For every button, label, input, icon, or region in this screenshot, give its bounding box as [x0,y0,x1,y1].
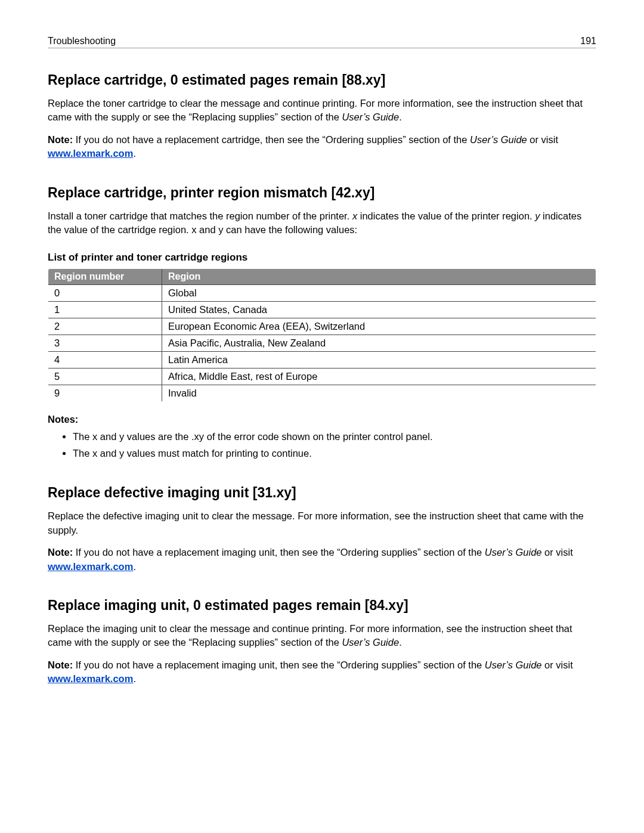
table-row: 0Global [48,284,596,301]
heading-replace-defective-imaging-31xy: Replace defective imaging unit [31.xy] [48,485,596,501]
heading-replace-cartridge-88xy: Replace cartridge, 0 estimated pages rem… [48,72,596,88]
th-region-number: Region number [48,268,162,284]
text: or visit [542,659,573,670]
header-section: Troubleshooting [48,36,116,47]
th-region: Region [162,268,596,284]
text: If you do not have a replacement imaging… [73,547,485,558]
table-header-row: Region number Region [48,268,596,284]
text: Replace the imaging unit to clear the me… [48,623,572,648]
text: If you do not have a replacement cartrid… [73,134,470,145]
link-lexmark[interactable]: www.lexmark.com [48,561,133,572]
paragraph: Replace the defective imaging unit to cl… [48,509,596,537]
cell-region: Latin America [162,351,596,368]
note-label: Note: [48,134,73,145]
text-italic: User’s Guide [470,134,527,145]
cell-region-number: 9 [48,385,162,401]
heading-replace-cartridge-42xy: Replace cartridge, printer region mismat… [48,185,596,201]
text: or visit [542,547,573,558]
cell-region: European Economic Area (EEA), Switzerlan… [162,318,596,335]
page: Troubleshooting 191 Replace cartridge, 0… [0,0,644,833]
text: indicates the value of the printer regio… [357,210,535,221]
text: . [399,112,402,122]
cell-region-number: 4 [48,351,162,368]
text: If you do not have a replacement imaging… [73,659,485,670]
paragraph: Replace the toner cartridge to clear the… [48,97,596,125]
notes-list: The x and y values are the .xy of the er… [48,429,596,462]
cell-region-number: 0 [48,284,162,301]
text-italic: User’s Guide [485,547,542,558]
note-paragraph: Note: If you do not have a replacement i… [48,658,596,686]
link-lexmark[interactable]: www.lexmark.com [48,673,133,684]
text-italic: User’s Guide [342,112,399,122]
cell-region: Global [162,284,596,301]
text-italic: User’s Guide [342,637,399,648]
text: . [133,148,136,159]
text-italic: x [352,210,357,221]
heading-replace-imaging-84xy: Replace imaging unit, 0 estimated pages … [48,597,596,614]
cell-region-number: 3 [48,335,162,351]
text: or visit [527,134,558,145]
cell-region: Asia Pacific, Australia, New Zealand [162,335,596,351]
paragraph: Replace the imaging unit to clear the me… [48,622,596,650]
cell-region: United States, Canada [162,301,596,318]
cell-region: Invalid [162,385,596,401]
table-row: 2European Economic Area (EEA), Switzerla… [48,318,596,335]
table-row: 3Asia Pacific, Australia, New Zealand [48,335,596,351]
note-paragraph: Note: If you do not have a replacement i… [48,546,596,574]
cell-region-number: 5 [48,368,162,385]
text: Replace the toner cartridge to clear the… [48,98,583,122]
table-row: 9Invalid [48,385,596,401]
table-row: 1United States, Canada [48,301,596,318]
table-caption: List of printer and toner cartridge regi… [48,252,596,264]
header-page-number: 191 [580,36,596,47]
list-item: The x and y values must match for printi… [73,445,596,461]
note-paragraph: Note: If you do not have a replacement c… [48,133,596,161]
link-lexmark[interactable]: www.lexmark.com [48,148,133,159]
text: Install a toner cartridge that matches t… [48,210,352,221]
region-table: Region number Region 0Global1United Stat… [48,268,596,402]
page-header: Troubleshooting 191 [48,36,596,48]
note-label: Note: [48,659,73,670]
note-label: Note: [48,547,73,558]
text-italic: User’s Guide [485,659,542,670]
list-item: The x and y values are the .xy of the er… [73,429,596,444]
cell-region: Africa, Middle East, rest of Europe [162,368,596,385]
table-row: 5Africa, Middle East, rest of Europe [48,368,596,385]
text: . [399,637,402,648]
notes-label: Notes: [48,414,596,425]
cell-region-number: 2 [48,318,162,335]
text: . [133,561,136,572]
table-row: 4Latin America [48,351,596,368]
cell-region-number: 1 [48,301,162,318]
text: . [133,673,136,684]
paragraph: Install a toner cartridge that matches t… [48,209,596,237]
